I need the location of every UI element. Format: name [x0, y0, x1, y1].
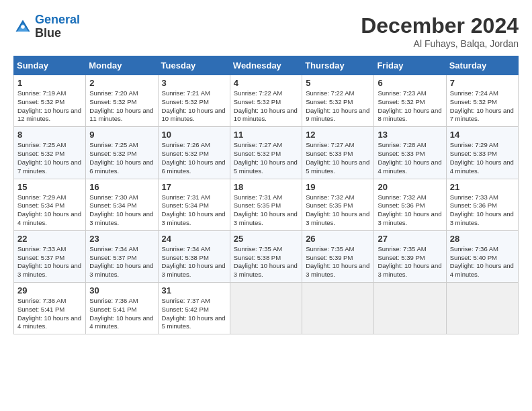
- day-info: Sunrise: 7:20 AM Sunset: 5:32 PM Dayligh…: [89, 89, 154, 124]
- logo: GeneralBlue: [13, 13, 80, 40]
- calendar-cell: 11 Sunrise: 7:27 AM Sunset: 5:32 PM Dayl…: [230, 127, 302, 179]
- day-info: Sunrise: 7:37 AM Sunset: 5:42 PM Dayligh…: [162, 297, 226, 331]
- day-number: 21: [450, 182, 515, 192]
- day-info: Sunrise: 7:36 AM Sunset: 5:41 PM Dayligh…: [89, 297, 154, 331]
- day-number: 5: [306, 78, 370, 88]
- weekday-header: Thursday: [302, 56, 374, 75]
- day-number: 10: [162, 130, 226, 140]
- day-number: 11: [234, 130, 298, 140]
- calendar-cell: 14 Sunrise: 7:29 AM Sunset: 5:33 PM Dayl…: [446, 127, 518, 179]
- day-number: 30: [89, 285, 154, 295]
- day-info: Sunrise: 7:36 AM Sunset: 5:41 PM Dayligh…: [17, 297, 82, 331]
- calendar-table: SundayMondayTuesdayWednesdayThursdayFrid…: [13, 56, 519, 334]
- weekday-header: Monday: [86, 56, 158, 75]
- day-info: Sunrise: 7:33 AM Sunset: 5:37 PM Dayligh…: [17, 245, 82, 279]
- weekday-header: Wednesday: [230, 56, 302, 75]
- calendar-week-row: 29 Sunrise: 7:36 AM Sunset: 5:41 PM Dayl…: [14, 283, 519, 334]
- calendar-cell: 30 Sunrise: 7:36 AM Sunset: 5:41 PM Dayl…: [86, 283, 158, 334]
- calendar-cell: 12 Sunrise: 7:27 AM Sunset: 5:33 PM Dayl…: [302, 127, 374, 179]
- page-header: GeneralBlue December 2024 Al Fuhays, Bal…: [13, 13, 519, 49]
- calendar-cell: 22 Sunrise: 7:33 AM Sunset: 5:37 PM Dayl…: [14, 230, 86, 282]
- day-info: Sunrise: 7:28 AM Sunset: 5:33 PM Dayligh…: [378, 141, 442, 175]
- calendar-cell: 21 Sunrise: 7:33 AM Sunset: 5:36 PM Dayl…: [446, 179, 518, 230]
- calendar-cell: 28 Sunrise: 7:36 AM Sunset: 5:40 PM Dayl…: [446, 230, 518, 282]
- calendar-cell: 1 Sunrise: 7:19 AM Sunset: 5:32 PM Dayli…: [14, 75, 86, 127]
- day-info: Sunrise: 7:31 AM Sunset: 5:34 PM Dayligh…: [162, 193, 226, 228]
- day-number: 16: [89, 182, 154, 192]
- day-info: Sunrise: 7:22 AM Sunset: 5:32 PM Dayligh…: [306, 89, 370, 124]
- calendar-cell: 15 Sunrise: 7:29 AM Sunset: 5:34 PM Dayl…: [14, 179, 86, 230]
- day-number: 7: [450, 78, 515, 88]
- day-number: 22: [17, 234, 82, 244]
- calendar-cell: 24 Sunrise: 7:34 AM Sunset: 5:38 PM Dayl…: [158, 230, 230, 282]
- day-number: 18: [234, 182, 298, 192]
- day-number: 17: [162, 182, 226, 192]
- day-info: Sunrise: 7:33 AM Sunset: 5:36 PM Dayligh…: [450, 193, 515, 228]
- day-number: 26: [306, 234, 370, 244]
- calendar-cell: 29 Sunrise: 7:36 AM Sunset: 5:41 PM Dayl…: [14, 283, 86, 334]
- calendar-cell: 13 Sunrise: 7:28 AM Sunset: 5:33 PM Dayl…: [374, 127, 446, 179]
- calendar-cell: 25 Sunrise: 7:35 AM Sunset: 5:38 PM Dayl…: [230, 230, 302, 282]
- day-info: Sunrise: 7:34 AM Sunset: 5:37 PM Dayligh…: [89, 245, 154, 279]
- calendar-cell: [302, 283, 374, 334]
- calendar-cell: 4 Sunrise: 7:22 AM Sunset: 5:32 PM Dayli…: [230, 75, 302, 127]
- calendar-week-row: 15 Sunrise: 7:29 AM Sunset: 5:34 PM Dayl…: [14, 179, 519, 230]
- day-number: 12: [306, 130, 370, 140]
- day-number: 9: [89, 130, 154, 140]
- day-number: 14: [450, 130, 515, 140]
- svg-point-2: [21, 25, 25, 29]
- calendar-cell: 23 Sunrise: 7:34 AM Sunset: 5:37 PM Dayl…: [86, 230, 158, 282]
- calendar-cell: 27 Sunrise: 7:35 AM Sunset: 5:39 PM Dayl…: [374, 230, 446, 282]
- day-info: Sunrise: 7:29 AM Sunset: 5:33 PM Dayligh…: [450, 141, 515, 175]
- logo-icon: [13, 17, 32, 36]
- weekday-header: Sunday: [14, 56, 86, 75]
- day-info: Sunrise: 7:32 AM Sunset: 5:36 PM Dayligh…: [378, 193, 442, 228]
- calendar-cell: 8 Sunrise: 7:25 AM Sunset: 5:32 PM Dayli…: [14, 127, 86, 179]
- day-info: Sunrise: 7:29 AM Sunset: 5:34 PM Dayligh…: [17, 193, 82, 228]
- day-info: Sunrise: 7:22 AM Sunset: 5:32 PM Dayligh…: [234, 89, 298, 124]
- weekday-header: Saturday: [446, 56, 518, 75]
- day-number: 15: [17, 182, 82, 192]
- calendar-cell: 19 Sunrise: 7:32 AM Sunset: 5:35 PM Dayl…: [302, 179, 374, 230]
- calendar-cell: 18 Sunrise: 7:31 AM Sunset: 5:35 PM Dayl…: [230, 179, 302, 230]
- day-number: 2: [89, 78, 154, 88]
- logo-text: GeneralBlue: [35, 13, 80, 40]
- day-info: Sunrise: 7:25 AM Sunset: 5:32 PM Dayligh…: [89, 141, 154, 175]
- day-number: 1: [17, 78, 82, 88]
- day-info: Sunrise: 7:35 AM Sunset: 5:38 PM Dayligh…: [234, 245, 298, 279]
- calendar-cell: [230, 283, 302, 334]
- day-info: Sunrise: 7:24 AM Sunset: 5:32 PM Dayligh…: [450, 89, 515, 124]
- calendar-cell: 6 Sunrise: 7:23 AM Sunset: 5:32 PM Dayli…: [374, 75, 446, 127]
- day-info: Sunrise: 7:25 AM Sunset: 5:32 PM Dayligh…: [17, 141, 82, 175]
- calendar-week-row: 1 Sunrise: 7:19 AM Sunset: 5:32 PM Dayli…: [14, 75, 519, 127]
- calendar-cell: [374, 283, 446, 334]
- day-info: Sunrise: 7:35 AM Sunset: 5:39 PM Dayligh…: [306, 245, 370, 279]
- day-number: 23: [89, 234, 154, 244]
- day-info: Sunrise: 7:23 AM Sunset: 5:32 PM Dayligh…: [378, 89, 442, 124]
- calendar-cell: 31 Sunrise: 7:37 AM Sunset: 5:42 PM Dayl…: [158, 283, 230, 334]
- day-info: Sunrise: 7:34 AM Sunset: 5:38 PM Dayligh…: [162, 245, 226, 279]
- day-info: Sunrise: 7:19 AM Sunset: 5:32 PM Dayligh…: [17, 89, 82, 124]
- day-info: Sunrise: 7:30 AM Sunset: 5:34 PM Dayligh…: [89, 193, 154, 228]
- day-number: 20: [378, 182, 442, 192]
- weekday-header: Friday: [374, 56, 446, 75]
- day-number: 24: [162, 234, 226, 244]
- day-info: Sunrise: 7:26 AM Sunset: 5:32 PM Dayligh…: [162, 141, 226, 175]
- calendar-cell: 26 Sunrise: 7:35 AM Sunset: 5:39 PM Dayl…: [302, 230, 374, 282]
- day-number: 29: [17, 285, 82, 295]
- calendar-cell: 10 Sunrise: 7:26 AM Sunset: 5:32 PM Dayl…: [158, 127, 230, 179]
- day-info: Sunrise: 7:35 AM Sunset: 5:39 PM Dayligh…: [378, 245, 442, 279]
- calendar-cell: 3 Sunrise: 7:21 AM Sunset: 5:32 PM Dayli…: [158, 75, 230, 127]
- day-number: 19: [306, 182, 370, 192]
- day-info: Sunrise: 7:31 AM Sunset: 5:35 PM Dayligh…: [234, 193, 298, 228]
- title-block: December 2024 Al Fuhays, Balqa, Jordan: [361, 13, 519, 49]
- month-title: December 2024: [361, 13, 519, 38]
- weekday-header: Tuesday: [158, 56, 230, 75]
- calendar-cell: 17 Sunrise: 7:31 AM Sunset: 5:34 PM Dayl…: [158, 179, 230, 230]
- day-info: Sunrise: 7:27 AM Sunset: 5:33 PM Dayligh…: [306, 141, 370, 175]
- day-number: 6: [378, 78, 442, 88]
- calendar-cell: 2 Sunrise: 7:20 AM Sunset: 5:32 PM Dayli…: [86, 75, 158, 127]
- day-info: Sunrise: 7:27 AM Sunset: 5:32 PM Dayligh…: [234, 141, 298, 175]
- calendar-cell: 9 Sunrise: 7:25 AM Sunset: 5:32 PM Dayli…: [86, 127, 158, 179]
- day-number: 13: [378, 130, 442, 140]
